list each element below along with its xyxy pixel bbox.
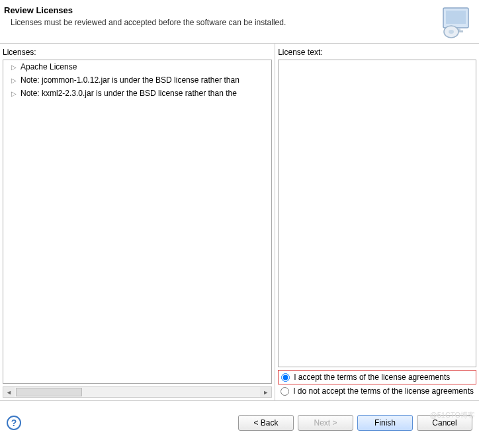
license-text-label: License text: <box>275 44 479 60</box>
chevron-right-icon: ▷ <box>11 90 18 97</box>
horizontal-scrollbar[interactable]: ◄ ► <box>3 386 272 398</box>
wizard-footer: ? < Back Next > Finish Cancel <box>0 401 479 445</box>
scroll-left-icon[interactable]: ◄ <box>3 387 15 397</box>
reject-radio-row[interactable]: I do not accept the terms of the license… <box>278 384 476 398</box>
accept-radio[interactable] <box>281 373 290 382</box>
license-text-area[interactable] <box>278 60 476 367</box>
chevron-right-icon: ▷ <box>11 64 18 70</box>
finish-button[interactable]: Finish <box>357 415 413 431</box>
install-icon <box>439 5 472 38</box>
accept-radio-group: I accept the terms of the license agreem… <box>278 370 476 398</box>
licenses-panel: Licenses: ▷ Apache License ▷ Note: jcomm… <box>0 44 275 400</box>
scroll-thumb[interactable] <box>16 388 82 396</box>
tree-item[interactable]: ▷ Note: jcommon-1.0.12.jar is under the … <box>3 73 271 87</box>
accept-radio-label: I accept the terms of the license agreem… <box>294 373 450 382</box>
svg-rect-1 <box>446 11 466 24</box>
back-button[interactable]: < Back <box>238 415 294 431</box>
reject-radio-label: I do not accept the terms of the license… <box>293 386 474 396</box>
page-title: Review Licenses <box>4 5 286 15</box>
reject-radio[interactable] <box>281 387 289 396</box>
cancel-button[interactable]: Cancel <box>417 415 472 431</box>
wizard-header: Review Licenses Licenses must be reviewe… <box>0 0 479 44</box>
content-area: Licenses: ▷ Apache License ▷ Note: jcomm… <box>0 44 479 401</box>
licenses-tree[interactable]: ▷ Apache License ▷ Note: jcommon-1.0.12.… <box>3 60 272 384</box>
header-text-block: Review Licenses Licenses must be reviewe… <box>4 5 286 27</box>
tree-item-label: Note: jcommon-1.0.12.jar is under the BS… <box>21 75 240 85</box>
svg-point-5 <box>449 30 454 34</box>
accept-radio-row[interactable]: I accept the terms of the license agreem… <box>278 370 476 384</box>
tree-item-label: Apache License <box>21 62 77 71</box>
help-icon[interactable]: ? <box>7 416 21 430</box>
chevron-right-icon: ▷ <box>11 77 18 83</box>
page-subtitle: Licenses must be reviewed and accepted b… <box>4 18 286 27</box>
license-text-panel: License text: I accept the terms of the … <box>275 44 479 400</box>
tree-item[interactable]: ▷ Apache License <box>3 60 271 73</box>
tree-item-label: Note: kxml2-2.3.0.jar is under the BSD l… <box>21 89 237 98</box>
scroll-right-icon[interactable]: ► <box>260 387 271 397</box>
button-bar: < Back Next > Finish Cancel <box>238 415 472 431</box>
next-button: Next > <box>298 415 353 431</box>
tree-item[interactable]: ▷ Note: kxml2-2.3.0.jar is under the BSD… <box>3 87 271 100</box>
licenses-label: Licenses: <box>0 44 275 60</box>
